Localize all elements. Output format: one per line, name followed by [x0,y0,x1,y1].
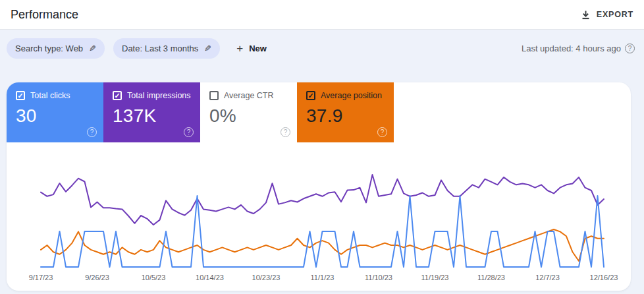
x-axis-tick-label: 12/16/23 [590,274,618,281]
metric-cards-row: ✓ Total clicks 30 ? ✓ Total impressions … [7,82,631,142]
x-axis-tick-label: 10/23/23 [252,274,281,281]
download-icon [581,10,591,20]
average-ctr-checkbox[interactable] [209,91,219,100]
export-label: EXPORT [597,10,633,19]
x-axis-tick-label: 10/5/23 [142,274,166,281]
edit-pencil-icon: ✎ [204,44,211,53]
x-axis-tick-label: 11/10/23 [365,274,392,281]
date-filter-chip[interactable]: Date: Last 3 months ✎ [113,38,220,59]
date-filter-chip-label: Date: Last 3 months [122,44,198,53]
page-title: Performance [11,8,581,22]
plus-icon: + [236,43,243,54]
average-position-checkbox[interactable]: ✓ [306,91,315,100]
last-updated-text: Last updated: 4 hours ago [522,44,621,53]
search-type-chip-label: Search type: Web [15,44,83,53]
total-clicks-checkbox[interactable]: ✓ [16,91,25,100]
help-icon[interactable]: ? [87,127,97,137]
total-clicks-card[interactable]: ✓ Total clicks 30 ? [7,82,103,142]
total-clicks-label: Total clicks [30,91,70,100]
performance-panel: ✓ Total clicks 30 ? ✓ Total impressions … [7,82,631,291]
x-axis-tick-label: 11/28/23 [477,274,505,281]
top-bar: Performance EXPORT [0,0,644,30]
performance-chart[interactable]: 9/17/239/26/2310/5/2310/14/2310/23/2311/… [7,167,631,291]
total-impressions-checkbox[interactable]: ✓ [113,91,122,100]
edit-pencil-icon: ✎ [89,44,96,53]
x-axis-tick-label: 9/17/23 [29,274,53,281]
total-impressions-label: Total impressions [127,91,191,100]
x-axis-tick-label: 11/1/23 [311,274,335,281]
x-axis-tick-label: 11/19/23 [421,274,448,281]
export-button[interactable]: EXPORT [581,10,633,20]
last-updated: Last updated: 4 hours ago ? [522,44,636,53]
average-position-label: Average position [321,91,382,100]
help-icon[interactable]: ? [377,127,387,137]
new-filter-label: New [249,44,267,53]
filter-row: Search type: Web ✎ Date: Last 3 months ✎… [0,30,644,59]
average-position-value: 37.9 [306,105,385,127]
help-icon[interactable]: ? [184,127,194,137]
average-ctr-label: Average CTR [224,91,274,100]
total-impressions-card[interactable]: ✓ Total impressions 137K ? [103,82,200,142]
average-ctr-card[interactable]: Average CTR 0% ? [200,82,297,142]
impressions-line [41,175,604,225]
total-impressions-value: 137K [113,105,191,127]
search-type-chip[interactable]: Search type: Web ✎ [7,38,105,59]
average-ctr-value: 0% [209,105,288,127]
total-clicks-value: 30 [16,105,94,127]
clicks-line [41,196,604,267]
x-axis-tick-label: 12/7/23 [535,274,560,281]
x-axis-tick-label: 9/26/23 [85,274,109,281]
x-axis-tick-label: 10/14/23 [196,274,224,281]
help-question-icon[interactable]: ? [625,44,635,53]
help-icon[interactable]: ? [281,127,290,137]
average-position-card[interactable]: ✓ Average position 37.9 ? [297,82,394,142]
new-filter-button[interactable]: + New [236,43,267,54]
